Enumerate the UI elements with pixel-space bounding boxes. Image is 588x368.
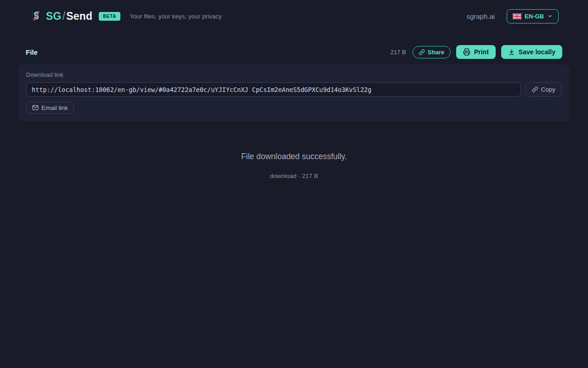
language-label: EN-GB [525,13,544,20]
link-icon [532,86,538,92]
copy-label: Copy [541,86,555,93]
download-icon [508,49,515,56]
logo-icon [30,9,43,23]
share-button[interactable]: Share [413,46,451,58]
save-locally-label: Save locally [519,48,555,56]
print-label: Print [474,48,489,56]
site-link[interactable]: sgraph.ai [466,12,495,20]
brand-tagline: Your files, your keys, your privacy [130,13,222,20]
brand-slash: / [62,10,66,23]
file-toolbar: File 217 B Share [18,32,570,64]
print-button[interactable]: Print [456,45,496,59]
download-link-panel: Download link Copy Email link [18,64,570,121]
email-link-label: Email link [41,104,68,111]
email-link-button[interactable]: Email link [26,102,74,114]
page-title: File [26,48,38,56]
status-message: File downloaded successfully. [18,152,570,161]
header: SG / Send BETA Your files, your keys, yo… [0,0,588,32]
status-detail: download · 217 B [18,172,570,179]
uk-flag-icon [513,13,521,19]
status-area: File downloaded successfully. download ·… [18,152,570,179]
printer-icon [463,48,470,56]
beta-badge: BETA [99,12,120,21]
header-right: sgraph.ai EN-GB [466,9,559,23]
download-link-label: Download link [26,71,562,78]
brand-wordmark[interactable]: SG / Send [46,10,92,23]
copy-button[interactable]: Copy [526,82,562,97]
brand-sg: SG [46,10,62,23]
brand-send: Send [66,10,92,23]
envelope-icon [32,104,39,111]
language-selector[interactable]: EN-GB [507,9,559,23]
brand: SG / Send BETA Your files, your keys, yo… [30,9,222,23]
file-size: 217 B [390,49,406,56]
save-locally-button[interactable]: Save locally [501,45,562,59]
share-label: Share [428,49,444,56]
main-content: File 217 B Share [0,32,588,179]
chevron-down-icon [547,13,553,19]
file-actions: 217 B Share Print [390,45,562,59]
link-row: Copy [26,82,562,97]
download-url-input[interactable] [26,82,521,97]
link-icon [419,49,425,55]
